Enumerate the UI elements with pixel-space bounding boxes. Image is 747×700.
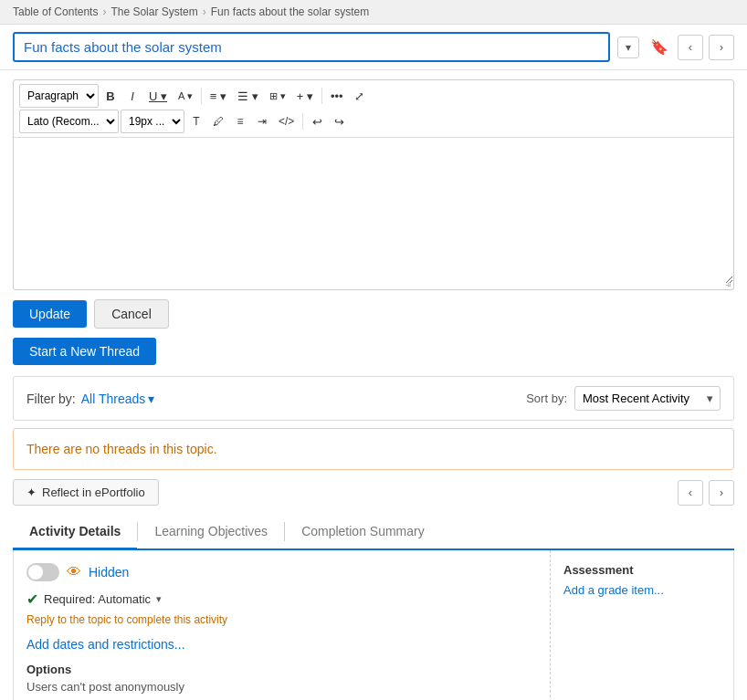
title-dropdown-button[interactable]: ▾	[617, 37, 639, 58]
tabs-row: Activity Details Learning Objectives Com…	[13, 515, 734, 550]
eportfolio-label: Reflect in ePortfolio	[42, 486, 145, 499]
check-icon: ✔	[26, 590, 38, 608]
header-row: ▾ 🔖 ‹ ›	[0, 25, 747, 70]
editor-wrapper: Paragraph B I U ▾ A ▾ ≡ ▾ ☰ ▾ ⊞ ▾ + ▾ ••…	[13, 79, 734, 290]
sort-right: Sort by: Most Recent Activity Oldest Act…	[526, 386, 721, 411]
update-button[interactable]: Update	[13, 300, 87, 328]
toolbar-divider-3	[302, 113, 303, 130]
activity-left-panel: 👁 Hidden ✔ Required: Automatic ▾ Reply t…	[14, 550, 551, 700]
strikethrough-button[interactable]: A ▾	[174, 84, 197, 108]
insert-button[interactable]: + ▾	[292, 84, 318, 108]
add-grade-item-link[interactable]: Add a grade item...	[563, 583, 664, 597]
eportfolio-icon: ✦	[26, 486, 37, 499]
fullscreen-button[interactable]: ⤢	[350, 84, 370, 108]
toolbar-divider-2	[321, 88, 322, 104]
paragraph-style-select[interactable]: Paragraph	[19, 84, 99, 108]
page-title-input[interactable]	[13, 32, 610, 62]
tab-completion-summary[interactable]: Completion Summary	[285, 515, 441, 550]
highlight-button[interactable]: 🖊	[208, 110, 228, 133]
breadcrumb-sep-2: ›	[203, 5, 206, 18]
italic-button[interactable]: I	[122, 84, 142, 108]
eport-prev-button[interactable]: ‹	[678, 480, 703, 506]
filter-value: All Threads	[81, 392, 146, 406]
indent-button[interactable]: ⇥	[252, 110, 272, 133]
table-button[interactable]: ⊞ ▾	[265, 84, 290, 108]
breadcrumb-item-1[interactable]: Table of Contents	[13, 5, 98, 18]
eportfolio-nav: ‹ ›	[678, 480, 734, 506]
filter-sort-bar: Filter by: All Threads ▾ Sort by: Most R…	[13, 376, 734, 421]
editor-resize-handle[interactable]: ⌟	[14, 284, 733, 289]
filter-label: Filter by:	[26, 392, 76, 406]
breadcrumb-sep-1: ›	[102, 5, 106, 18]
breadcrumb-item-3: Fun facts about the solar system	[211, 5, 369, 18]
toolbar-divider-1	[201, 88, 202, 104]
prev-page-button[interactable]: ‹	[678, 35, 703, 60]
breadcrumb-item-2[interactable]: The Solar System	[110, 5, 197, 18]
filter-dropdown[interactable]: All Threads ▾	[81, 392, 155, 406]
next-page-button[interactable]: ›	[709, 35, 734, 60]
hidden-toggle-row: 👁 Hidden	[26, 563, 537, 581]
required-row: ✔ Required: Automatic ▾	[26, 590, 537, 608]
activity-right-panel: Assessment Add a grade item...	[551, 550, 733, 700]
editor-content[interactable]	[14, 138, 733, 284]
options-heading: Options	[26, 663, 537, 676]
required-label: Required: Automatic	[44, 592, 151, 606]
eye-icon: 👁	[67, 564, 81, 580]
tab-activity-details[interactable]: Activity Details	[13, 515, 137, 550]
sort-select[interactable]: Most Recent Activity Oldest Activity Mos…	[574, 386, 721, 411]
activity-details-content: 👁 Hidden ✔ Required: Automatic ▾ Reply t…	[13, 550, 734, 700]
action-buttons: Update Cancel	[13, 299, 734, 329]
no-threads-message: There are no threads in this topic.	[13, 428, 734, 470]
undo-button[interactable]: ↩	[307, 110, 327, 133]
font-select[interactable]: Lato (Recom...	[19, 110, 119, 133]
sort-select-wrapper: Most Recent Activity Oldest Activity Mos…	[574, 386, 721, 411]
hidden-toggle[interactable]	[26, 563, 59, 581]
code-button[interactable]: </>	[274, 110, 299, 133]
more-button[interactable]: •••	[326, 84, 348, 108]
toolbar-row-2: Lato (Recom... 19px ... T 🖊 ≡ ⇥ </> ↩ ↪	[19, 110, 728, 133]
bold-button[interactable]: B	[100, 84, 121, 108]
toolbar-row-1: Paragraph B I U ▾ A ▾ ≡ ▾ ☰ ▾ ⊞ ▾ + ▾ ••…	[19, 84, 728, 108]
breadcrumb: Table of Contents › The Solar System › F…	[0, 0, 747, 25]
header-icons: 🔖 ‹ ›	[647, 35, 734, 60]
hidden-label: Hidden	[89, 565, 129, 580]
eportfolio-row: ✦ Reflect in ePortfolio ‹ ›	[13, 479, 734, 506]
filter-chevron-icon: ▾	[148, 392, 154, 406]
underline-button[interactable]: U ▾	[144, 84, 172, 108]
options-text: Users can't post anonymously	[26, 680, 537, 694]
sort-label: Sort by:	[526, 392, 567, 405]
add-dates-link[interactable]: Add dates and restrictions...	[26, 637, 537, 652]
eportfolio-button[interactable]: ✦ Reflect in ePortfolio	[13, 479, 159, 506]
activity-hint: Reply to the topic to complete this acti…	[26, 613, 537, 626]
new-thread-button[interactable]: Start a New Thread	[13, 338, 156, 365]
assessment-heading: Assessment	[563, 563, 721, 577]
redo-button[interactable]: ↪	[329, 110, 349, 133]
eport-next-button[interactable]: ›	[709, 480, 734, 506]
tab-learning-objectives[interactable]: Learning Objectives	[138, 515, 284, 550]
required-chevron-icon[interactable]: ▾	[156, 593, 162, 605]
filter-left: Filter by: All Threads ▾	[26, 392, 154, 406]
font-size-select[interactable]: 19px ...	[121, 110, 184, 133]
align-button[interactable]: ≡ ▾	[205, 84, 231, 108]
bookmark-icon[interactable]: 🔖	[650, 38, 668, 56]
toggle-knob	[28, 565, 43, 580]
lines-button[interactable]: ≡	[230, 110, 250, 133]
list-button[interactable]: ☰ ▾	[233, 84, 263, 108]
cancel-button[interactable]: Cancel	[94, 299, 169, 329]
editor-toolbar: Paragraph B I U ▾ A ▾ ≡ ▾ ☰ ▾ ⊞ ▾ + ▾ ••…	[14, 80, 733, 138]
text-format-button[interactable]: T	[186, 110, 206, 133]
